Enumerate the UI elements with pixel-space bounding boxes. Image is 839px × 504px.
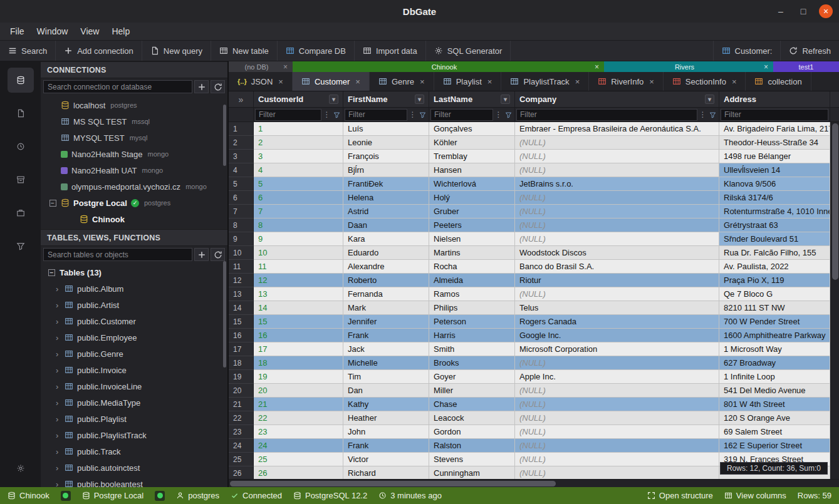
- row-number[interactable]: 4: [229, 163, 254, 177]
- cell[interactable]: Gruber: [429, 205, 515, 219]
- cell[interactable]: 24: [254, 439, 343, 453]
- cell[interactable]: 15: [254, 315, 343, 329]
- cell[interactable]: 12: [254, 274, 343, 287]
- cell[interactable]: Gordon: [429, 425, 515, 439]
- cell[interactable]: 120 S Orange Ave: [719, 411, 830, 425]
- cell[interactable]: (NULL): [515, 384, 719, 398]
- cell[interactable]: Apple Inc.: [515, 370, 719, 384]
- cell[interactable]: 21: [254, 398, 343, 411]
- cell[interactable]: (NULL): [515, 136, 719, 150]
- cell[interactable]: (NULL): [515, 205, 719, 219]
- cell[interactable]: John: [343, 425, 429, 439]
- toolbar-sql-generator[interactable]: SQL Generator: [426, 41, 511, 61]
- cell[interactable]: Richard: [343, 466, 429, 479]
- connections-refresh-button[interactable]: [211, 80, 225, 93]
- cell[interactable]: 1600 Amphitheatre Parkway: [719, 329, 830, 342]
- filter-menu-icon[interactable]: ⋮: [494, 109, 503, 121]
- close-icon[interactable]: ×: [355, 77, 360, 86]
- iconbar-closed-tabs[interactable]: [8, 167, 34, 192]
- connection-mysql-test[interactable]: MYSQL TESTmysql: [41, 130, 227, 146]
- connection-nano2health-uat[interactable]: Nano2Health UATmongo: [41, 162, 227, 178]
- cell[interactable]: Leacock: [429, 411, 515, 425]
- tables-refresh-button[interactable]: [211, 248, 225, 261]
- cell[interactable]: 25: [254, 453, 343, 466]
- column-header-customerid[interactable]: CustomerId▾: [254, 91, 343, 107]
- tables-group[interactable]: −Tables (13): [41, 264, 227, 280]
- close-icon[interactable]: ×: [760, 63, 768, 71]
- maximize-button[interactable]: □: [796, 4, 810, 18]
- cell[interactable]: 801 W 4th Street: [719, 398, 830, 411]
- cell[interactable]: Gonçalves: [429, 122, 515, 136]
- cell[interactable]: Frank: [343, 329, 429, 342]
- cell[interactable]: 26: [254, 466, 343, 479]
- toolbar-search[interactable]: Search: [0, 41, 56, 61]
- cell[interactable]: Peterson: [429, 315, 515, 329]
- filter-input-company[interactable]: [516, 109, 697, 121]
- cell[interactable]: Harris: [429, 329, 515, 342]
- db-group-no-db[interactable]: (no DB)×: [229, 61, 293, 72]
- cell[interactable]: 8210 111 ST NW: [719, 301, 830, 315]
- iconbar-plugins[interactable]: [8, 200, 34, 225]
- cell[interactable]: Kathy: [343, 398, 429, 411]
- cell[interactable]: Philips: [429, 301, 515, 315]
- close-icon[interactable]: ×: [487, 77, 492, 86]
- status-view-columns[interactable]: View columns: [724, 491, 786, 500]
- menu-file[interactable]: File: [4, 26, 31, 36]
- tab-riverinfo[interactable]: RiverInfo×: [589, 72, 664, 91]
- cell[interactable]: Daan: [343, 219, 429, 232]
- cell[interactable]: 69 Salem Street: [719, 425, 830, 439]
- cell[interactable]: Ralston: [429, 439, 515, 453]
- cell[interactable]: Jack: [343, 342, 429, 356]
- tab-json[interactable]: {..}JSON×: [229, 72, 293, 91]
- cell[interactable]: (NULL): [515, 411, 719, 425]
- menu-view[interactable]: View: [74, 26, 105, 36]
- table-public-genre[interactable]: ›public.Genre: [41, 346, 227, 362]
- column-header-lastname[interactable]: LastName▾: [429, 91, 515, 107]
- row-number[interactable]: 7: [229, 205, 254, 219]
- status-postgresql-12-2[interactable]: PostgreSQL 12.2: [293, 491, 367, 500]
- cell[interactable]: Rilská 3174/6: [719, 191, 830, 205]
- iconbar-query-history[interactable]: [8, 134, 34, 159]
- table-public-employee[interactable]: ›public.Employee: [41, 329, 227, 346]
- iconbar-database[interactable]: [8, 68, 34, 93]
- cell[interactable]: Victor: [343, 453, 429, 466]
- connection-localhost[interactable]: localhostpostgres: [41, 97, 227, 113]
- vertical-scrollbar[interactable]: [830, 122, 839, 479]
- cell[interactable]: 20: [254, 384, 343, 398]
- table-public-artist[interactable]: ›public.Artist: [41, 297, 227, 313]
- row-number[interactable]: 8: [229, 219, 254, 232]
- horizontal-scrollbar[interactable]: [229, 479, 839, 487]
- cell[interactable]: Google Inc.: [515, 329, 719, 342]
- table-public-track[interactable]: ›public.Track: [41, 443, 227, 460]
- status-3-minutes-ago[interactable]: 3 minutes ago: [378, 491, 442, 500]
- cell[interactable]: Ramos: [429, 287, 515, 301]
- chevron-down-icon[interactable]: ▾: [501, 95, 510, 104]
- cell[interactable]: 1498 rue Bélanger: [719, 150, 830, 163]
- cell[interactable]: Goyer: [429, 370, 515, 384]
- cell[interactable]: Qe 7 Bloco G: [719, 287, 830, 301]
- cell[interactable]: 4: [254, 163, 343, 177]
- row-number[interactable]: 15: [229, 315, 254, 329]
- cell[interactable]: Nielsen: [429, 232, 515, 246]
- row-number[interactable]: 11: [229, 260, 254, 274]
- table-public-album[interactable]: ›public.Album: [41, 280, 227, 297]
- cell[interactable]: (NULL): [515, 453, 719, 466]
- status-open-structure[interactable]: Open structure: [647, 491, 713, 500]
- cell[interactable]: Dan: [343, 384, 429, 398]
- collapse-icon[interactable]: −: [50, 200, 56, 207]
- filter-input-firstname[interactable]: [345, 109, 407, 121]
- row-number[interactable]: 1: [229, 122, 254, 136]
- cell[interactable]: Rogers Canada: [515, 315, 719, 329]
- table-public-customer[interactable]: ›public.Customer: [41, 313, 227, 329]
- cell[interactable]: Peeters: [429, 219, 515, 232]
- cell[interactable]: 627 Broadway: [719, 356, 830, 370]
- row-number[interactable]: 9: [229, 232, 254, 246]
- cell[interactable]: Cunningham: [429, 466, 515, 479]
- row-number[interactable]: 3: [229, 150, 254, 163]
- column-header-company[interactable]: Company▾: [515, 91, 719, 107]
- iconbar-settings[interactable]: [8, 456, 34, 481]
- row-number[interactable]: 24: [229, 439, 254, 453]
- cell[interactable]: 162 E Superior Street: [719, 439, 830, 453]
- collapse-icon[interactable]: −: [48, 269, 55, 276]
- filter-menu-icon[interactable]: ⋮: [322, 109, 331, 121]
